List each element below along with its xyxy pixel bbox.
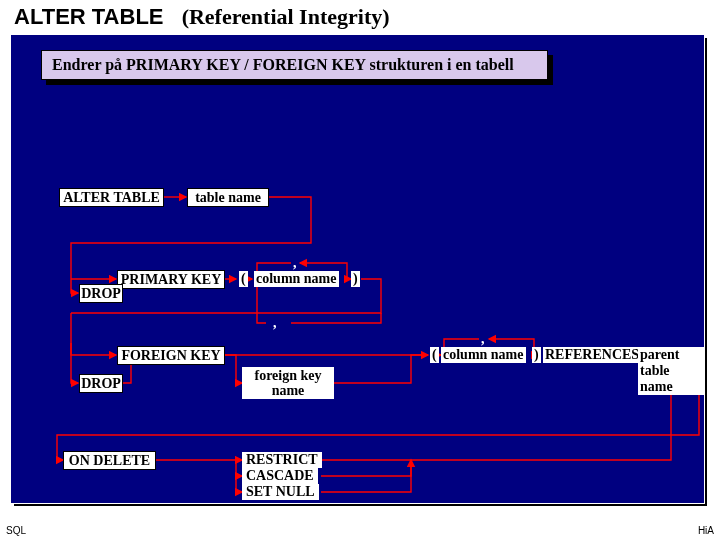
node-drop-1: DROP — [79, 284, 123, 303]
label: DROP — [81, 286, 121, 302]
parent-table: parent table name — [638, 347, 704, 395]
label: FOREIGN KEY — [121, 348, 220, 364]
slide-root: ALTER TABLE (Referential Integrity) Endr… — [0, 0, 720, 540]
label: DROP — [81, 376, 121, 392]
title-main: ALTER TABLE — [14, 4, 164, 29]
node-alter-table: ALTER TABLE — [59, 188, 164, 207]
rp1: ) — [351, 271, 360, 287]
node-primary-key: PRIMARY KEY — [117, 270, 225, 289]
fk-name: foreign keyname — [242, 367, 334, 399]
label: table name — [195, 190, 261, 206]
references: REFERENCES — [543, 347, 641, 363]
lp2: ( — [430, 347, 439, 363]
node-on-delete: ON DELETE — [63, 451, 156, 470]
label: ALTER TABLE — [63, 190, 160, 206]
label: PRIMARY KEY — [121, 272, 221, 288]
node-foreign-key: FOREIGN KEY — [117, 346, 225, 365]
opt-restrict: RESTRICT — [242, 452, 322, 468]
rp2: ) — [532, 347, 541, 363]
comma1: , — [291, 255, 299, 271]
title-subtitle: (Referential Integrity) — [182, 4, 390, 29]
node-drop-2: DROP — [79, 374, 123, 393]
colname1: column name — [254, 271, 339, 287]
lp1: ( — [239, 271, 248, 287]
diagram-panel: Endrer på PRIMARY KEY / FOREIGN KEY stru… — [10, 34, 705, 504]
label: ON DELETE — [69, 453, 150, 469]
opt-cascade: CASCADE — [242, 468, 318, 484]
comma-mid: , — [271, 315, 279, 331]
colname2: column name — [441, 347, 526, 363]
slide-title: ALTER TABLE (Referential Integrity) — [14, 4, 390, 30]
footer-right: HiA — [698, 525, 714, 536]
rail-lines — [11, 35, 704, 503]
node-table-name: table name — [187, 188, 269, 207]
comma2: , — [479, 331, 487, 347]
opt-setnull: SET NULL — [242, 484, 319, 500]
footer-left: SQL — [6, 525, 26, 536]
